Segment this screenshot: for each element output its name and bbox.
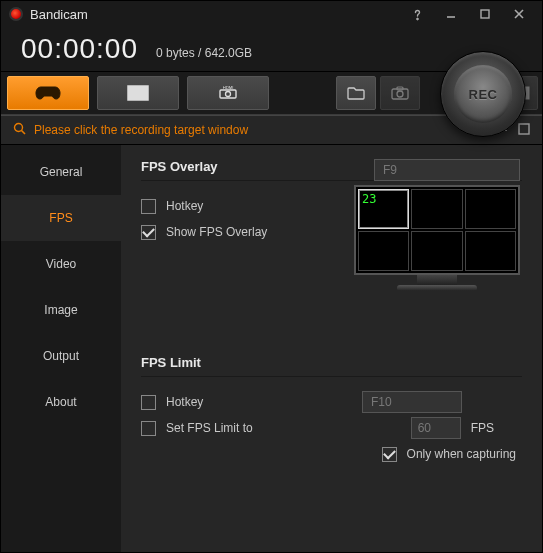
- svg-text:HDMI: HDMI: [223, 85, 234, 90]
- tab-output[interactable]: Output: [1, 333, 121, 379]
- fps-pos-bottom-right[interactable]: [465, 231, 516, 271]
- timer-row: 00:00:00 0 bytes / 642.0GB REC: [1, 27, 542, 71]
- record-button-label: REC: [469, 87, 498, 102]
- search-icon: [13, 122, 26, 138]
- tab-image[interactable]: Image: [1, 287, 121, 333]
- app-icon: [9, 7, 23, 21]
- fps-pos-bottom-center[interactable]: [411, 231, 462, 271]
- target-message-text: Please click the recording target window: [34, 123, 248, 137]
- show-fps-overlay-label: Show FPS Overlay: [166, 225, 267, 239]
- settings-sidebar: General FPS Video Image Output About: [1, 145, 121, 552]
- fps-pos-bottom-left[interactable]: [358, 231, 409, 271]
- tab-general[interactable]: General: [1, 149, 121, 195]
- svg-rect-14: [526, 87, 530, 99]
- record-timer: 00:00:00: [21, 33, 138, 65]
- set-fps-limit-checkbox[interactable]: [141, 421, 156, 436]
- svg-rect-2: [481, 10, 489, 18]
- svg-point-8: [226, 92, 231, 97]
- maximize-button[interactable]: [468, 4, 502, 24]
- fps-pos-top-center[interactable]: [411, 189, 462, 229]
- fps-limit-hotkey-label: Hotkey: [166, 395, 203, 409]
- close-button[interactable]: [502, 4, 536, 24]
- svg-point-15: [15, 124, 23, 132]
- settings-content: FPS Overlay Hotkey Show FPS Overlay F9 2…: [121, 145, 542, 552]
- svg-point-0: [416, 18, 418, 20]
- fps-limit-hotkey-field[interactable]: F10: [362, 391, 462, 413]
- svg-point-11: [397, 91, 403, 97]
- app-title: Bandicam: [30, 7, 400, 22]
- fps-limit-value-field[interactable]: 60: [411, 417, 461, 439]
- svg-rect-6: [139, 93, 146, 98]
- set-fps-limit-label: Set FPS Limit to: [166, 421, 253, 435]
- fps-overlay-hotkey-field[interactable]: F9: [374, 159, 520, 181]
- mode-screen[interactable]: [97, 76, 179, 110]
- tab-video[interactable]: Video: [1, 241, 121, 287]
- main-area: General FPS Video Image Output About FPS…: [1, 145, 542, 552]
- tab-about[interactable]: About: [1, 379, 121, 425]
- only-when-capturing-checkbox[interactable]: [382, 447, 397, 462]
- mode-device[interactable]: HDMI: [187, 76, 269, 110]
- show-fps-overlay-checkbox[interactable]: [141, 225, 156, 240]
- fps-pos-top-right[interactable]: [465, 189, 516, 229]
- fps-overlay-hotkey-label: Hotkey: [166, 199, 203, 213]
- help-button[interactable]: [400, 4, 434, 24]
- minimize-button[interactable]: [434, 4, 468, 24]
- screenshot-button[interactable]: [380, 76, 420, 110]
- open-folder-button[interactable]: [336, 76, 376, 110]
- fps-limit-title: FPS Limit: [141, 355, 522, 370]
- titlebar: Bandicam: [1, 1, 542, 27]
- fps-pos-top-left[interactable]: 23: [358, 189, 409, 229]
- file-size-info: 0 bytes / 642.0GB: [156, 46, 252, 65]
- tab-fps[interactable]: FPS: [1, 195, 121, 241]
- record-button[interactable]: REC: [440, 51, 526, 137]
- fps-position-preview[interactable]: 23: [354, 185, 520, 291]
- fps-limit-unit: FPS: [471, 421, 494, 435]
- svg-line-16: [22, 131, 26, 135]
- fps-overlay-hotkey-checkbox[interactable]: [141, 199, 156, 214]
- mode-game[interactable]: [7, 76, 89, 110]
- fps-limit-hotkey-checkbox[interactable]: [141, 395, 156, 410]
- only-when-capturing-label: Only when capturing: [407, 447, 516, 461]
